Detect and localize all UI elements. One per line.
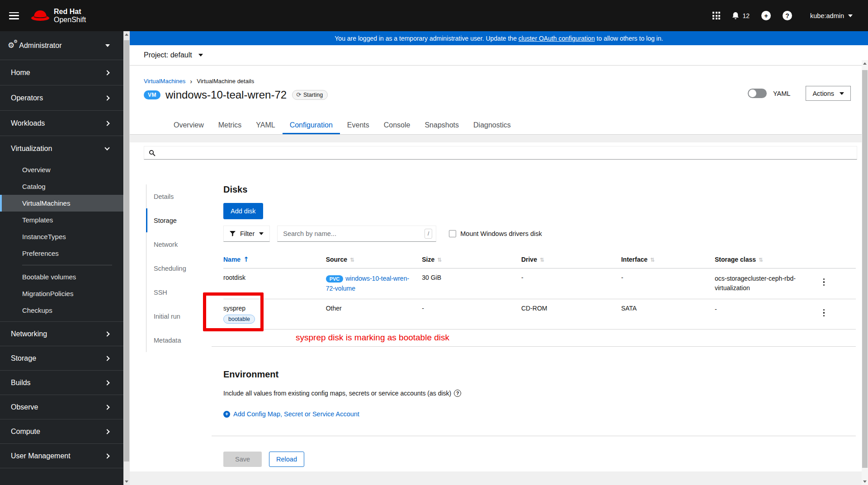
column-header-source[interactable]: Source⇅ xyxy=(326,251,422,268)
sort-icon: ⇅ xyxy=(759,257,763,263)
add-config-map-label: Add Config Map, Secret or Service Accoun… xyxy=(233,410,359,418)
subnav-item-checkups[interactable]: Checkups xyxy=(0,302,123,319)
chevron-right-icon xyxy=(104,95,109,100)
config-nav-details[interactable]: Details xyxy=(146,184,206,208)
column-header-interface[interactable]: Interface⇅ xyxy=(621,251,715,268)
row-kebab-menu-icon[interactable] xyxy=(821,277,828,287)
chevron-down-icon xyxy=(104,145,109,150)
sidebar-item-home[interactable]: Home xyxy=(0,60,123,85)
actions-dropdown-button[interactable]: Actions xyxy=(806,86,851,101)
breadcrumb: VirtualMachines › VirtualMachine details xyxy=(144,66,868,85)
sidebar-item-networking[interactable]: Networking xyxy=(0,322,123,346)
tab-diagnostics[interactable]: Diagnostics xyxy=(466,118,518,134)
sidebar-item-observe[interactable]: Observe xyxy=(0,395,123,419)
scroll-down-icon[interactable] xyxy=(863,480,867,483)
subnav-item-catalog[interactable]: Catalog xyxy=(0,178,123,195)
sidebar-item-label: Home xyxy=(11,69,30,77)
sidebar-item-compute[interactable]: Compute xyxy=(0,419,123,444)
cell-storage-class: - xyxy=(715,305,803,314)
config-nav-network[interactable]: Network xyxy=(146,232,206,256)
subnav-label: Catalog xyxy=(22,183,46,190)
sidebar-item-storage[interactable]: Storage xyxy=(0,346,123,371)
yaml-switch[interactable] xyxy=(748,89,767,98)
tab-yaml[interactable]: YAML xyxy=(249,118,282,134)
content-scrollbar[interactable] xyxy=(862,60,868,485)
configuration-search-input[interactable] xyxy=(159,146,857,159)
user-menu[interactable]: kube:admin xyxy=(810,12,853,19)
column-header-size[interactable]: Size⇅ xyxy=(422,251,521,268)
sidebar-item-operators[interactable]: Operators xyxy=(0,85,123,111)
config-nav-initial-run[interactable]: Initial run xyxy=(146,304,206,328)
sidebar-item-builds[interactable]: Builds xyxy=(0,371,123,395)
filter-dropdown-button[interactable]: Filter xyxy=(223,226,270,242)
tab-overview[interactable]: Overview xyxy=(166,118,211,134)
config-nav-ssh[interactable]: SSH xyxy=(146,280,206,304)
config-nav-scheduling[interactable]: Scheduling xyxy=(146,256,206,280)
sort-ascending-icon: ↑ xyxy=(243,255,249,264)
sidebar-scrollbar-thumb[interactable] xyxy=(124,40,129,461)
row-kebab-menu-icon[interactable] xyxy=(821,308,828,318)
perspective-switcher[interactable]: ⚙ Administrator xyxy=(0,31,123,60)
configuration-search[interactable] xyxy=(144,146,857,160)
chevron-right-icon xyxy=(104,453,109,458)
column-header-name[interactable]: Name↑ xyxy=(223,251,326,268)
scroll-up-icon[interactable] xyxy=(125,33,128,36)
sidebar-item-workloads[interactable]: Workloads xyxy=(0,111,123,136)
cell-interface: - xyxy=(621,268,715,299)
add-disk-button[interactable]: Add disk xyxy=(223,203,263,219)
reload-button[interactable]: Reload xyxy=(269,452,304,467)
save-button[interactable]: Save xyxy=(223,452,262,467)
sidebar-scrollbar[interactable] xyxy=(123,31,130,485)
disks-table: Name↑ Source⇅ Size⇅ Drive⇅ xyxy=(223,251,856,330)
subnav-item-preferences[interactable]: Preferences xyxy=(0,245,123,262)
sidebar-item-user-management[interactable]: User Management xyxy=(0,444,123,468)
column-label: Size xyxy=(422,256,434,263)
subnav-item-virtualmachines[interactable]: VirtualMachines xyxy=(0,195,123,212)
column-header-drive[interactable]: Drive⇅ xyxy=(521,251,621,268)
tab-metrics[interactable]: Metrics xyxy=(211,118,249,134)
content-scrollbar-thumb[interactable] xyxy=(862,70,868,468)
breadcrumb-virtualmachines-link[interactable]: VirtualMachines xyxy=(144,78,185,85)
column-label: Storage class xyxy=(715,256,756,263)
cell-size: 30 GiB xyxy=(422,268,521,299)
config-nav-storage[interactable]: Storage xyxy=(146,208,206,232)
cogs-icon: ⚙ xyxy=(8,41,14,50)
hamburger-menu-icon[interactable] xyxy=(9,12,19,19)
mount-windows-drivers-checkbox[interactable] xyxy=(449,230,456,237)
environment-help-icon[interactable]: ? xyxy=(454,390,461,397)
sort-icon: ⇅ xyxy=(350,257,354,263)
shortcut-key-badge: / xyxy=(425,229,432,239)
vm-kind-badge: VM xyxy=(144,90,160,99)
column-header-actions xyxy=(819,251,856,268)
add-config-map-link[interactable]: + Add Config Map, Secret or Service Acco… xyxy=(223,410,359,418)
subnav-item-instancetypes[interactable]: InstanceTypes xyxy=(0,228,123,245)
tab-snapshots[interactable]: Snapshots xyxy=(417,118,466,134)
page-header: VirtualMachines › VirtualMachine details… xyxy=(130,66,868,135)
cluster-oauth-link[interactable]: cluster OAuth configuration xyxy=(519,35,595,42)
actions-label: Actions xyxy=(812,90,834,97)
tab-console[interactable]: Console xyxy=(377,118,418,134)
notifications-button[interactable]: 12 xyxy=(732,12,750,20)
scroll-up-icon[interactable] xyxy=(863,62,867,65)
app-launcher-icon[interactable] xyxy=(712,12,720,19)
chevron-right-icon xyxy=(104,380,109,385)
sidebar-item-virtualization[interactable]: Virtualization xyxy=(0,136,123,161)
subnav-item-templates[interactable]: Templates xyxy=(0,212,123,228)
subnav-item-bootable-volumes[interactable]: Bootable volumes xyxy=(0,268,123,285)
tab-configuration[interactable]: Configuration xyxy=(283,118,340,134)
sidebar-item-label: User Management xyxy=(11,452,71,460)
notification-count: 12 xyxy=(742,12,750,19)
column-header-storage-class[interactable]: Storage class⇅ xyxy=(715,251,819,268)
project-selector[interactable]: Project: default xyxy=(144,51,203,59)
config-nav-metadata[interactable]: Metadata xyxy=(146,328,206,352)
help-icon[interactable]: ? xyxy=(783,11,792,20)
scroll-down-icon[interactable] xyxy=(125,480,128,483)
configuration-panel: Details Storage Network Scheduling SSH I… xyxy=(130,142,868,471)
project-selector-label: Project: default xyxy=(144,51,192,59)
disk-name-search[interactable]: / xyxy=(277,226,436,242)
subnav-item-overview[interactable]: Overview xyxy=(0,161,123,178)
add-plus-icon[interactable]: + xyxy=(761,11,771,20)
disk-name-search-input[interactable] xyxy=(283,230,425,237)
tab-events[interactable]: Events xyxy=(340,118,377,134)
subnav-item-migrationpolicies[interactable]: MigrationPolicies xyxy=(0,285,123,302)
